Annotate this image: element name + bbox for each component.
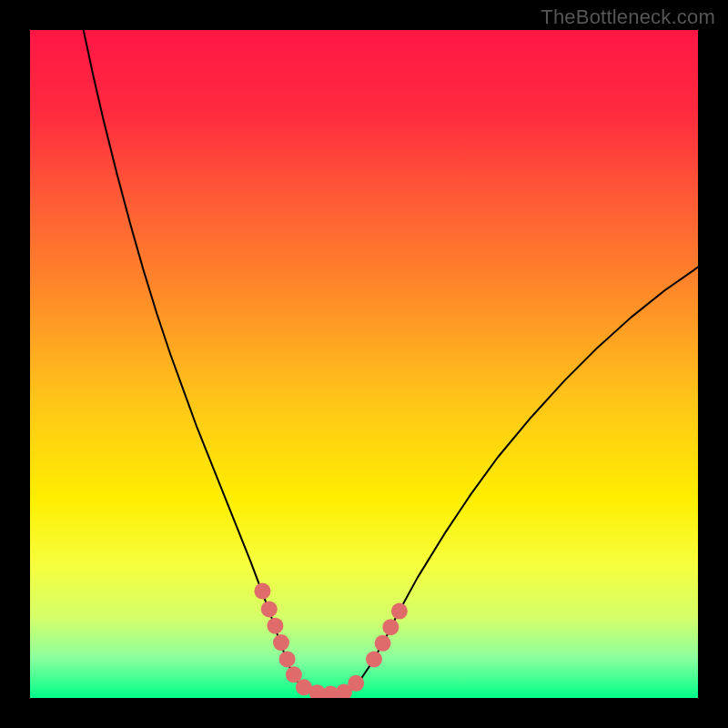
marker-dot [391, 603, 408, 620]
marker-dot [366, 651, 382, 667]
marker-dot [375, 635, 391, 652]
chart-svg [30, 30, 698, 698]
marker-dot [348, 675, 364, 692]
plot-area [30, 30, 698, 698]
chart-container: TheBottleneck.com [0, 0, 728, 728]
marker-dot [382, 619, 399, 635]
marker-dot [267, 618, 283, 634]
marker-dot [273, 634, 289, 651]
marker-dot [279, 651, 296, 667]
marker-dot [254, 583, 270, 600]
gradient-background [30, 30, 698, 698]
marker-dot [261, 601, 278, 617]
watermark-text: TheBottleneck.com [541, 5, 715, 29]
